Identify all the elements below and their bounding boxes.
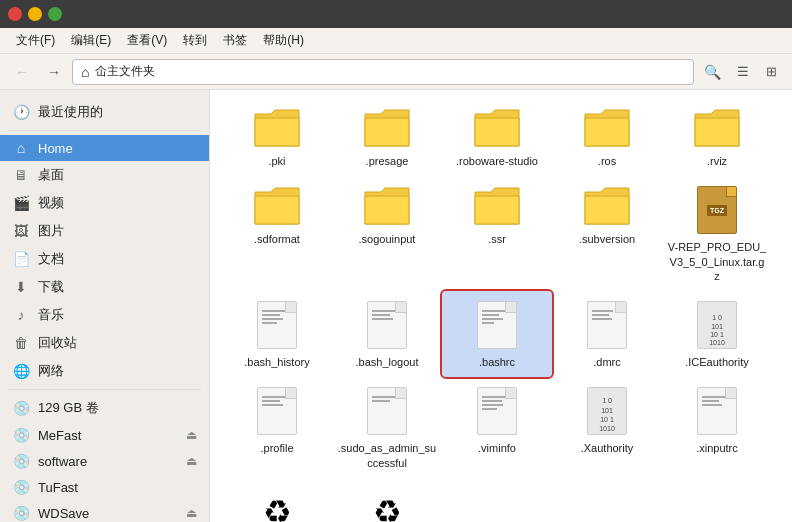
file-name: .sdformat — [254, 232, 300, 246]
file-item-bash-history[interactable]: .bash_history — [222, 291, 332, 377]
file-item-vrep[interactable]: TGZ V-REP_PRO_EDU_V3_5_0_Linux.tar.gz — [662, 176, 772, 291]
view-buttons: ☰ ⊞ — [730, 59, 784, 85]
file-item-rviz[interactable]: .rviz — [662, 98, 772, 176]
file-item-profile[interactable]: .profile — [222, 377, 332, 478]
eject-icon[interactable]: ⏏ — [186, 506, 197, 520]
sidebar-item-software[interactable]: 💿 software ⏏ — [0, 448, 209, 474]
folder-icon — [583, 106, 631, 150]
file-item-bash-logout[interactable]: .bash_logout — [332, 291, 442, 377]
file-item-sogouinput[interactable]: .sogouinput — [332, 176, 442, 291]
menu-item-goto[interactable]: 转到 — [175, 30, 215, 51]
file-name: .profile — [260, 441, 293, 455]
list-view-button[interactable]: ☰ — [730, 59, 756, 85]
file-name: .bash_history — [244, 355, 309, 369]
file-item-iceauthority[interactable]: 1 010110 11010 .ICEauthority — [662, 291, 772, 377]
menu-item-bookmarks[interactable]: 书签 — [215, 30, 255, 51]
folder-icon — [693, 106, 741, 150]
menu-item-edit[interactable]: 编辑(E) — [63, 30, 119, 51]
location-bar[interactable]: ⌂ 仚主文件夹 — [72, 59, 694, 85]
video-icon: 🎬 — [12, 195, 30, 211]
minimize-button[interactable] — [28, 7, 42, 21]
folder-icon — [363, 184, 411, 228]
sidebar-label: 回收站 — [38, 334, 77, 352]
file-name: V-REP_PRO_EDU_V3_5_0_Linux.tar.gz — [667, 240, 767, 283]
file-item-subversion[interactable]: .subversion — [552, 176, 662, 291]
eject-icon[interactable]: ⏏ — [186, 428, 197, 442]
sidebar-item-vol129[interactable]: 💿 129 GB 卷 — [0, 394, 209, 422]
menu-item-help[interactable]: 帮助(H) — [255, 30, 312, 51]
file-item-xsession-errors[interactable]: ♻ .xsession-errors — [222, 478, 332, 522]
file-item-dmrc[interactable]: .dmrc — [552, 291, 662, 377]
file-item-xauthority[interactable]: 1 010110 11010 .Xauthority — [552, 377, 662, 478]
sidebar-label: MeFast — [38, 428, 81, 443]
search-button[interactable]: 🔍 — [698, 58, 726, 86]
file-item-sudo-admin[interactable]: .sudo_as_admin_successful — [332, 377, 442, 478]
menu-item-file[interactable]: 文件(F) — [8, 30, 63, 51]
sidebar-item-video[interactable]: 🎬 视频 — [0, 189, 209, 217]
drive-icon: 💿 — [12, 453, 30, 469]
drive-icon: 💿 — [12, 427, 30, 443]
sidebar-item-mefast[interactable]: 💿 MeFast ⏏ — [0, 422, 209, 448]
file-name: .bash_logout — [356, 355, 419, 369]
file-item-viminfo[interactable]: .viminfo — [442, 377, 552, 478]
sidebar-label: 网络 — [38, 362, 64, 380]
sidebar-item-pictures[interactable]: 🖼 图片 — [0, 217, 209, 245]
sidebar-item-trash[interactable]: 🗑 回收站 — [0, 329, 209, 357]
file-item-xsession-errors-old[interactable]: ♻ .xsession-errors.old — [332, 478, 442, 522]
main-area: 🕐 最近使用的 ⌂ Home 🖥 桌面 🎬 视频 🖼 图片 📄 文档 ⬇ 下载 — [0, 90, 792, 522]
folder-icon — [253, 106, 301, 150]
eject-icon[interactable]: ⏏ — [186, 454, 197, 468]
grid-view-button[interactable]: ⊞ — [758, 59, 784, 85]
folder-icon — [583, 184, 631, 228]
file-item-sdformat[interactable]: .sdformat — [222, 176, 332, 291]
downloads-icon: ⬇ — [12, 279, 30, 295]
file-item-xinputrc[interactable]: .xinputrc — [662, 377, 772, 478]
file-item-presage[interactable]: .presage — [332, 98, 442, 176]
sidebar-item-downloads[interactable]: ⬇ 下载 — [0, 273, 209, 301]
file-name: .ros — [598, 154, 616, 168]
menu-item-view[interactable]: 查看(V) — [119, 30, 175, 51]
file-name: .viminfo — [478, 441, 516, 455]
file-item-bashrc[interactable]: .bashrc — [442, 291, 552, 377]
volume-icon: 💿 — [12, 400, 30, 416]
recent-icon: 🕐 — [12, 104, 30, 120]
divider — [8, 130, 201, 131]
sidebar-item-home[interactable]: ⌂ Home — [0, 135, 209, 161]
sidebar-label: 下载 — [38, 278, 64, 296]
pictures-icon: 🖼 — [12, 223, 30, 239]
sidebar-label: 图片 — [38, 222, 64, 240]
sidebar-label: 视频 — [38, 194, 64, 212]
folder-icon — [473, 184, 521, 228]
folder-icon — [363, 106, 411, 150]
sidebar-item-tufast[interactable]: 💿 TuFast — [0, 474, 209, 500]
file-item-ros[interactable]: .ros — [552, 98, 662, 176]
drive-icon: 💿 — [12, 505, 30, 521]
file-item-pki[interactable]: .pki — [222, 98, 332, 176]
sidebar-label: 最近使用的 — [38, 103, 103, 121]
sidebar-item-recent[interactable]: 🕐 最近使用的 — [0, 98, 209, 126]
file-name: .bashrc — [479, 355, 515, 369]
file-name: .ICEauthority — [685, 355, 749, 369]
sidebar-item-documents[interactable]: 📄 文档 — [0, 245, 209, 273]
sidebar-item-wdsave[interactable]: 💿 WDSave ⏏ — [0, 500, 209, 522]
file-name: .presage — [366, 154, 409, 168]
sidebar-label: software — [38, 454, 87, 469]
sidebar-item-network[interactable]: 🌐 网络 — [0, 357, 209, 385]
sidebar-label: 文档 — [38, 250, 64, 268]
back-button[interactable]: ← — [8, 58, 36, 86]
forward-button[interactable]: → — [40, 58, 68, 86]
location-text: 仚主文件夹 — [95, 63, 155, 80]
folder-icon — [473, 106, 521, 150]
file-name: .pki — [268, 154, 285, 168]
documents-icon: 📄 — [12, 251, 30, 267]
sidebar-item-music[interactable]: ♪ 音乐 — [0, 301, 209, 329]
menubar: 文件(F)编辑(E)查看(V)转到书签帮助(H) — [0, 28, 792, 54]
file-item-roboware[interactable]: .roboware-studio — [442, 98, 552, 176]
maximize-button[interactable] — [48, 7, 62, 21]
sidebar-item-desktop[interactable]: 🖥 桌面 — [0, 161, 209, 189]
file-item-ssr[interactable]: .ssr — [442, 176, 552, 291]
file-grid: .pki .presage .roboware-studio — [222, 98, 780, 522]
sidebar-label: WDSave — [38, 506, 89, 521]
close-button[interactable] — [8, 7, 22, 21]
music-icon: ♪ — [12, 307, 30, 323]
